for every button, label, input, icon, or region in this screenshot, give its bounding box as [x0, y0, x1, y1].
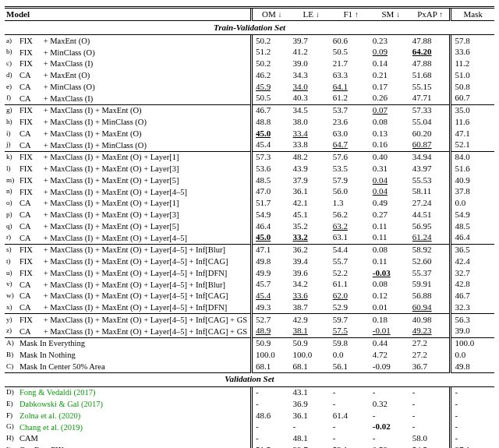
value-cell: 100.0 [451, 338, 494, 350]
value-cell: 1.3 [331, 198, 371, 210]
value-cell: 49.9 [251, 267, 291, 279]
model-cell: FIX + MaxClass (I) + MaxEnt (O) + Layer[… [18, 245, 251, 256]
model-cell: Mask In Nothing [18, 349, 251, 361]
value-cell: 27.2 [411, 349, 451, 361]
row-index: A) [5, 338, 18, 350]
row-index: H) [5, 433, 18, 445]
value-cell: 50.2 [251, 35, 291, 47]
row-index: e) [5, 81, 18, 93]
value-cell: 57.33 [411, 105, 451, 117]
col-f1: F1 ↑ [331, 9, 371, 21]
value-cell: - [292, 422, 331, 433]
model-cell: FIX + MaxEnt (O) [18, 35, 251, 47]
value-cell: 39.7 [292, 35, 331, 47]
model-cell: FIX + MaxClass (I) + MaxEnt (O) + Layer[… [18, 267, 251, 279]
value-cell: 39.4 [292, 256, 331, 267]
value-cell: 64.1 [331, 81, 371, 93]
value-cell: 43.1 [292, 387, 331, 399]
row-index: c) [5, 58, 18, 70]
value-cell: - [251, 433, 291, 445]
header-row: Model OM ↓ LE ↓ F1 ↑ SM ↓ PxAP ↑ Mask [5, 9, 494, 21]
row-index: b) [5, 47, 18, 58]
model-cell: CA + MaxClass (I) + MaxEnt (O) [18, 128, 251, 139]
value-cell: 40.98 [411, 314, 451, 326]
row-index: D) [5, 387, 18, 399]
value-cell: 47.0 [251, 186, 291, 198]
row-index: n) [5, 186, 18, 198]
value-cell: 42.8 [451, 279, 494, 291]
model-cell: Our Best FIX [18, 444, 251, 448]
col-le: LE ↓ [292, 9, 331, 21]
row-index: k) [5, 152, 18, 164]
value-cell: 39.6 [292, 267, 331, 279]
col-mask: Mask [451, 9, 494, 21]
value-cell: 11.2 [451, 58, 494, 70]
value-cell: 51.68 [411, 69, 451, 81]
value-cell: 42.9 [292, 314, 331, 326]
value-cell: 45.1 [292, 209, 331, 220]
table-row: A)Mask In Everything50.950.959.80.4427.2… [5, 338, 494, 350]
value-cell: 59.8 [331, 338, 371, 350]
value-cell: 35.2 [292, 220, 331, 232]
model-cell: CA + MaxClass (I) + MaxEnt (O) + Layer[1… [18, 198, 251, 210]
row-index: q) [5, 220, 18, 232]
model-cell: FIX + MinClass (O) [18, 47, 251, 58]
model-cell: Mask In Center 50% Area [18, 361, 251, 372]
model-cell: CA + MaxEnt (O) [18, 69, 251, 81]
value-cell: 53.6 [251, 163, 291, 175]
value-cell: 45.4 [251, 139, 291, 151]
row-index: B) [5, 349, 18, 361]
model-cell: CA + MaxClass (I) + MaxEnt (O) + Layer[3… [18, 209, 251, 220]
value-cell: - [411, 387, 451, 399]
value-cell: 36.5 [451, 245, 494, 256]
value-cell: 52.60 [411, 256, 451, 267]
value-cell: - [411, 422, 451, 433]
value-cell: 60.20 [411, 128, 451, 139]
table-row: c)FIX + MaxClass (I)50.239.021.70.1447.8… [5, 58, 494, 70]
value-cell: 33.2 [292, 232, 331, 244]
table-row: l)FIX + MaxClass (I) + MaxEnt (O) + Laye… [5, 163, 494, 175]
value-cell: 54.5 [411, 444, 451, 448]
value-cell: 37.1 [451, 444, 494, 448]
val-body: D)Fong & Vedaldi (2017)-43.1----E)Dabkow… [5, 387, 494, 449]
model-cell: FIX + MaxClass (I) + MaxEnt (O) + Layer[… [18, 186, 251, 198]
table-row: e)CA + MinClass (O)45.934.064.10.1755.15… [5, 81, 494, 93]
row-index: l) [5, 163, 18, 175]
row-index: r) [5, 232, 18, 244]
value-cell: 51.2 [251, 47, 291, 58]
row-index: t) [5, 256, 18, 267]
value-cell: 52.9 [331, 302, 371, 313]
table-figure: Model OM ↓ LE ↓ F1 ↑ SM ↓ PxAP ↑ Mask Tr… [0, 0, 499, 448]
value-cell: 52.7 [251, 314, 291, 326]
value-cell: 11.6 [451, 116, 494, 128]
value-cell: 59.91 [411, 279, 451, 291]
row-index: x) [5, 302, 18, 313]
value-cell: 100.0 [292, 349, 331, 361]
model-cell: FIX + MaxClass (I) + MaxEnt (O) + Layer[… [18, 163, 251, 175]
value-cell: 50.8 [451, 81, 494, 93]
table-row: f)CA + MaxClass (I)50.540.361.20.2647.71… [5, 93, 494, 104]
value-cell: 47.71 [411, 93, 451, 104]
value-cell: 45.0 [251, 232, 291, 244]
value-cell: 4.72 [371, 349, 411, 361]
value-cell: 0.08 [371, 245, 411, 256]
value-cell: 54.4 [331, 245, 371, 256]
table-row: p)CA + MaxClass (I) + MaxEnt (O) + Layer… [5, 209, 494, 220]
row-index: v) [5, 279, 18, 291]
value-cell: 0.0 [331, 349, 371, 361]
value-cell: 57.6 [331, 152, 371, 164]
value-cell: 0.49 [371, 198, 411, 210]
model-cell: CA + MaxClass (I) + MaxEnt (O) + Layer[4… [18, 232, 251, 244]
table-row: C)Mask In Center 50% Area68.168.156.1-0.… [5, 361, 494, 372]
model-cell: Mask In Everything [18, 338, 251, 350]
value-cell: - [371, 410, 411, 422]
table-row: o)CA + MaxClass (I) + MaxEnt (O) + Layer… [5, 198, 494, 210]
value-cell: 0.0 [451, 349, 494, 361]
value-cell: 61.2 [331, 93, 371, 104]
value-cell: 46.4 [251, 220, 291, 232]
table-row: E)Dabkowski & Gal (2017)-36.9-0.32-- [5, 398, 494, 410]
value-cell: 0.16 [371, 139, 411, 151]
value-cell: - [451, 398, 494, 410]
trainval-body: a)FIX + MaxEnt (O)50.239.760.60.2347.885… [5, 35, 494, 372]
value-cell: 37.9 [292, 175, 331, 186]
